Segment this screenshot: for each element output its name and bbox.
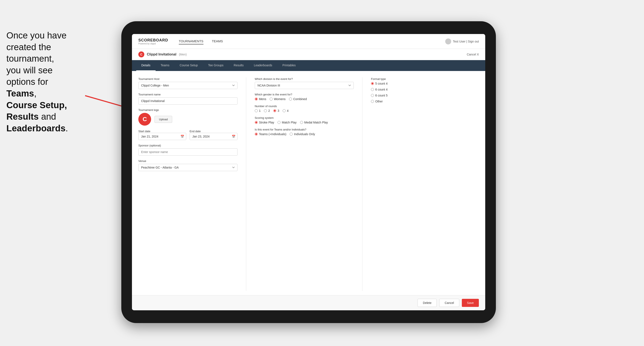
scoring-medal[interactable]: Medal Match Play [300, 121, 328, 124]
nav-teams[interactable]: TEAMS [212, 38, 223, 44]
tab-tee-groups[interactable]: Tee Groups [203, 60, 228, 71]
individuals-only[interactable]: Individuals Only [290, 132, 315, 136]
scoring-stroke[interactable]: Stroke Play [255, 121, 274, 124]
rounds-2[interactable]: 2 [264, 109, 270, 112]
format-5count4-radio[interactable] [371, 82, 374, 85]
tournament-name: Clippd Invitational [147, 52, 176, 56]
calendar-icon-end: 📅 [232, 135, 236, 138]
format-6count4[interactable]: 6 count 4 [371, 88, 479, 91]
venue-group: Venue Peachtree GC - Atlanta - GA [138, 160, 238, 171]
form-col-3: Format type 5 count 4 6 count 4 [371, 77, 479, 291]
scoring-medal-label: Medal Match Play [304, 121, 328, 124]
rounds-3[interactable]: 3 [273, 109, 279, 112]
rounds-radio-group: 1 2 3 4 [255, 109, 354, 112]
venue-select[interactable]: Peachtree GC - Atlanta - GA [138, 164, 238, 171]
scoring-match-label: Match Play [282, 121, 296, 124]
tournament-type: (Men) [179, 53, 187, 56]
teams-group: Is this event for Teams and/or Individua… [255, 128, 354, 136]
format-other-radio[interactable] [371, 100, 374, 103]
scoring-match-radio[interactable] [278, 121, 280, 124]
gender-womens[interactable]: Womens [270, 97, 286, 101]
form-footer: Delete Cancel Save [132, 295, 485, 310]
scoring-radio-group: Stroke Play Match Play Medal Match Play [255, 121, 354, 124]
rounds-1[interactable]: 1 [255, 109, 261, 112]
rounds-2-radio[interactable] [264, 109, 267, 112]
logo-preview: C [138, 113, 151, 126]
instruction-panel: Once you havecreated thetournament,you w… [0, 25, 92, 138]
teams-plus-individuals[interactable]: Teams (+Individuals) [255, 132, 286, 136]
division-group: Which division is the event for? NCAA Di… [255, 77, 354, 89]
teams-plus-radio[interactable] [255, 133, 258, 136]
tournament-title-area: C Clippd Invitational (Men) [138, 51, 187, 57]
rounds-4[interactable]: 4 [283, 109, 288, 112]
cancel-header-button[interactable]: Cancel X [467, 53, 479, 56]
rounds-1-radio[interactable] [255, 109, 258, 112]
sponsor-input[interactable] [138, 148, 238, 156]
save-button[interactable]: Save [462, 299, 479, 307]
gender-combined-label: Combined [293, 97, 307, 101]
rounds-4-label: 4 [287, 109, 288, 112]
gender-mens-label: Mens [259, 97, 266, 101]
upload-button[interactable]: Upload [154, 116, 172, 123]
gender-combined-radio[interactable] [289, 98, 292, 101]
calendar-icon-start: 📅 [180, 135, 184, 138]
end-date-group: End date 📅 [190, 129, 238, 140]
rounds-3-radio[interactable] [273, 109, 276, 112]
rounds-3-label: 3 [278, 109, 279, 112]
individuals-only-radio[interactable] [290, 133, 293, 136]
format-other[interactable]: Other [371, 100, 479, 103]
format-5count4[interactable]: 5 count 4 [371, 82, 479, 85]
sponsor-label: Sponsor (optional) [138, 144, 238, 147]
start-date-wrap: 📅 [138, 133, 186, 140]
start-date-group: Start date 📅 [138, 129, 186, 140]
user-text[interactable]: Test User | Sign out [453, 40, 479, 43]
form-grid: Tournament Host Clippd College - Men Tou… [138, 77, 479, 291]
format-other-label: Other [375, 100, 383, 103]
scoring-stroke-radio[interactable] [255, 121, 258, 124]
format-6count4-radio[interactable] [371, 88, 374, 91]
gender-combined[interactable]: Combined [289, 97, 307, 101]
instruction-text: Once you havecreated thetournament,you w… [6, 30, 68, 133]
rounds-2-label: 2 [268, 109, 270, 112]
format-6count4-label: 6 count 4 [375, 88, 388, 91]
rounds-4-radio[interactable] [283, 109, 286, 112]
tournament-name-input[interactable] [138, 97, 238, 105]
delete-button[interactable]: Delete [418, 299, 437, 307]
end-date-input[interactable] [190, 133, 238, 140]
format-label: Format type [371, 77, 479, 81]
tab-leaderboards[interactable]: Leaderboards [249, 60, 277, 71]
scoring-match[interactable]: Match Play [278, 121, 296, 124]
gender-mens[interactable]: Mens [255, 97, 266, 101]
tab-printables[interactable]: Printables [277, 60, 301, 71]
tab-course-setup[interactable]: Course Setup [174, 60, 203, 71]
division-select[interactable]: NCAA Division III [255, 82, 354, 89]
teams-plus-label: Teams (+Individuals) [259, 132, 286, 136]
cancel-button[interactable]: Cancel [439, 299, 459, 307]
tournament-host-label: Tournament Host [138, 77, 238, 81]
course-setup-bold: Course Setup, [6, 100, 67, 110]
tournament-host-select[interactable]: Clippd College - Men [138, 82, 238, 89]
nav-tournaments[interactable]: TOURNAMENTS [179, 38, 204, 44]
tab-teams[interactable]: Teams [156, 60, 174, 71]
tab-results[interactable]: Results [228, 60, 249, 71]
format-options: 5 count 4 6 count 4 6 count 5 [371, 82, 479, 103]
sponsor-group: Sponsor (optional) [138, 144, 238, 156]
tab-details[interactable]: Details [136, 60, 156, 71]
start-date-input[interactable] [138, 133, 186, 140]
scoring-medal-radio[interactable] [300, 121, 303, 124]
nav-links: TOURNAMENTS TEAMS [179, 38, 445, 44]
tablet-frame: SCOREBOARD Powered by clippd TOURNAMENTS… [121, 21, 496, 323]
tournament-header: C Clippd Invitational (Men) Cancel X [132, 49, 485, 60]
gender-mens-radio[interactable] [255, 98, 258, 101]
format-6count5-radio[interactable] [371, 94, 374, 97]
venue-label: Venue [138, 160, 238, 163]
top-nav: SCOREBOARD Powered by clippd TOURNAMENTS… [132, 34, 485, 49]
tournament-host-group: Tournament Host Clippd College - Men [138, 77, 238, 89]
format-group: Format type 5 count 4 6 count 4 [371, 77, 479, 103]
gender-womens-radio[interactable] [270, 98, 273, 101]
tournament-logo-group: Tournament logo C Upload [138, 108, 238, 126]
tournament-icon: C [138, 51, 144, 57]
division-label: Which division is the event for? [255, 77, 354, 81]
teams-label: Is this event for Teams and/or Individua… [255, 128, 354, 131]
format-6count5[interactable]: 6 count 5 [371, 94, 479, 97]
